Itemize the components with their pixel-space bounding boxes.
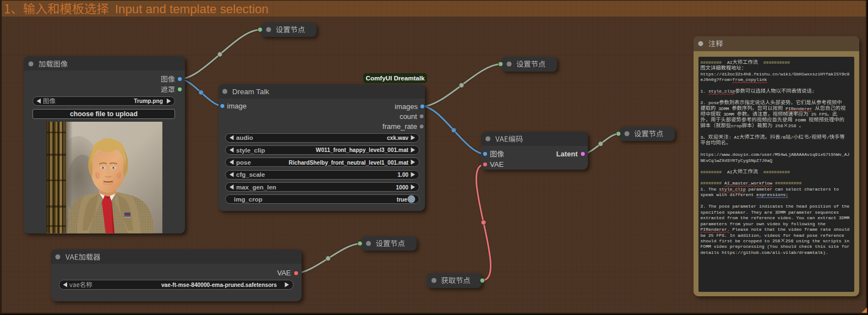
svg-text:be 25 FPS. In addition, videos: be 25 FPS. In addition, videos for head … <box>701 233 844 238</box>
svg-text:style_clip: style_clip <box>236 147 265 154</box>
svg-text:/: / <box>809 135 811 140</box>
svg-text:AI: AI <box>722 170 733 175</box>
svg-text:/B: /B <box>780 135 786 140</box>
svg-text:256 using the scripts in: 256 using the scripts in <box>785 238 849 243</box>
svg-text:Trump.png: Trump.png <box>134 98 163 104</box>
svg-text:Latent: Latent <box>556 150 578 158</box>
svg-text:########: ######## <box>701 181 722 186</box>
svg-text:Input and template selection: Input and template selection <box>115 2 269 16</box>
svg-text:speak with different expressio: speak with different expressions; <box>701 192 789 197</box>
svg-text:audio: audio <box>236 134 253 141</box>
svg-text:extracted from the reference v: extracted from the reference video. You … <box>701 215 850 220</box>
svg-text:########: ######## <box>701 170 722 175</box>
svg-text:img_crop: img_crop <box>234 196 263 203</box>
svg-text:VAE: VAE <box>277 269 291 277</box>
svg-text:3: 3 <box>701 135 703 140</box>
svg-text:true: true <box>397 197 408 203</box>
svg-text:should first be cropped to 256: should first be cropped to 256 <box>701 238 780 243</box>
svg-text:details https://github.com/ali: details https://github.com/ali-vilab/dre… <box>701 250 828 255</box>
svg-text:1. style_clip: 1. style_clip <box>701 89 735 94</box>
svg-text:max_gen_len: max_gen_len <box>236 184 276 191</box>
svg-text:PIRenderer. Please note that t: PIRenderer. Please note that the video f… <box>701 227 850 232</box>
svg-text:256: 256 <box>772 123 783 128</box>
svg-text:25 FPS: 25 FPS <box>809 112 827 117</box>
svg-text:: AI: : AI <box>729 135 740 140</box>
svg-text:images: images <box>395 102 418 111</box>
svg-text:RichardShelby_front_neutral_le: RichardShelby_front_neutral_level1_001.m… <box>289 160 409 166</box>
svg-text:/: / <box>791 135 794 140</box>
svg-text:eJ0n0g?from=from_copylink: eJ0n0g?from=from_copylink <box>701 77 767 82</box>
svg-text:Dream Talk: Dream Talk <box>232 88 269 96</box>
svg-text:##########: ########## <box>775 181 802 186</box>
svg-text:AI: AI <box>722 60 733 65</box>
svg-text:2. The pose parameter indicate: 2. The pose parameter indicates the head… <box>701 204 850 209</box>
svg-text:count: count <box>400 112 417 121</box>
svg-text:;: ; <box>812 89 815 94</box>
svg-text:cfg_scale: cfg_scale <box>236 171 265 178</box>
svg-text:1.00: 1.00 <box>397 172 408 178</box>
svg-text:PIRenderer: PIRenderer <box>783 106 815 111</box>
svg-text:/: / <box>827 135 829 140</box>
svg-text:3DMM: 3DMM <box>716 106 731 111</box>
svg-text:##########: ########## <box>763 170 790 175</box>
svg-text:vae-ft-mse-840000-ema-pruned.s: vae-ft-mse-840000-ema-pruned.safetensors <box>161 282 277 288</box>
svg-text:FOMM video preprocessing (You: FOMM video preprocessing (You should che… <box>701 244 850 249</box>
svg-text:VAE: VAE <box>490 160 504 169</box>
svg-text:FOMM: FOMM <box>793 118 809 123</box>
svg-text:NEvCqlwZXdSYRTyCygSNpZ7J0aQ: NEvCqlwZXdSYRTyCygSNpZ7J0aQ <box>701 158 773 163</box>
svg-text:########: ######## <box>701 60 722 65</box>
svg-text:AI_master_workflow: AI_master_workflow <box>722 181 775 186</box>
svg-text:W011_front_happy_level3_001.ma: W011_front_happy_level3_001.mat <box>316 147 409 153</box>
svg-text:2. pose: 2. pose <box>701 100 719 105</box>
svg-text:image: image <box>227 102 247 110</box>
svg-text:##########: ########## <box>763 60 790 65</box>
svg-text:https://di2oc32s4h8.feishu.cn/: https://di2oc32s4h8.feishu.cn/wiki/GbH1w… <box>701 72 850 77</box>
svg-text:https://www.douyin.com/user/MS: https://www.douyin.com/user/MS4wLjABAAAA… <box>701 152 850 157</box>
svg-text:ComfyUI Dreamtalk: ComfyUI Dreamtalk <box>366 74 425 82</box>
svg-text:1000: 1000 <box>396 184 408 191</box>
svg-text:crop: crop <box>731 123 742 128</box>
svg-text:frame_rate: frame_rate <box>383 122 417 131</box>
svg-text:3DMM: 3DMM <box>721 112 737 117</box>
svg-text:256: 256 <box>788 123 799 128</box>
svg-text:specified speaker. They are 3D: specified speaker. They are 3DMM paramet… <box>701 210 839 215</box>
svg-text:cxk.wav: cxk.wav <box>387 135 408 141</box>
svg-text:pose: pose <box>236 159 251 166</box>
svg-text:choose file to upload: choose file to upload <box>70 110 138 118</box>
svg-text:1. The style_clip parameter ca: 1. The style_clip parameter can select c… <box>701 187 839 192</box>
svg-text:parameters from your own video: parameters from your own video by follow… <box>701 221 826 226</box>
